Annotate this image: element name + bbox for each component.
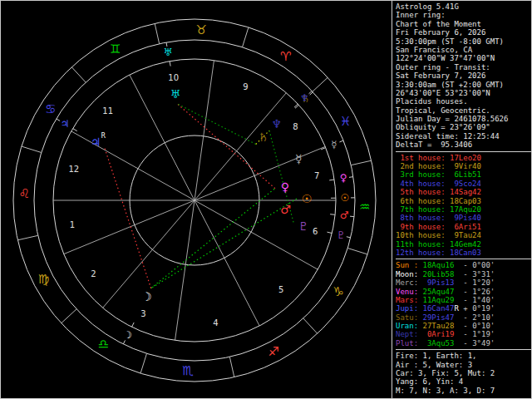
natal-degree-tick bbox=[329, 180, 334, 180]
aspect-line bbox=[104, 147, 150, 288]
natal-degree-tick bbox=[73, 129, 77, 131]
mercury-transit-glyph: ☿ bbox=[331, 139, 337, 150]
house-cusp-line bbox=[195, 200, 259, 326]
house-cusp-line bbox=[195, 61, 214, 200]
neptune-glyph: ♆ bbox=[271, 117, 282, 131]
separator bbox=[396, 259, 531, 259]
house-number: 7 bbox=[314, 171, 319, 180]
zodiac-sign-glyph: ♍ bbox=[38, 272, 49, 287]
zodiac-sign-glyph: ♏ bbox=[182, 363, 194, 378]
venus-glyph: ♀ bbox=[281, 180, 289, 194]
planet-name: Uran: bbox=[396, 322, 423, 330]
planet-latitude: - 1°19' bbox=[459, 330, 495, 338]
chart-wheel: ♈♉♊♋♌♍♎♏♐♑♒♓123456789101112☉☉☽☽☿☿♀♀♂♂♃♃R… bbox=[1, 1, 392, 399]
house-cusp-row: 5th house: 14Sag42 bbox=[396, 188, 531, 196]
transit-degree-tick bbox=[339, 140, 343, 142]
jupiter-transit-glyph: ♃ bbox=[61, 118, 70, 130]
zodiac-sign-glyph: ♐ bbox=[268, 344, 278, 359]
planet-latitude: - 2°10' bbox=[459, 313, 495, 322]
house-cusp-row: 4th house: 9Sco24 bbox=[396, 180, 531, 188]
sun-transit-glyph: ☉ bbox=[341, 192, 350, 204]
planet-position: 18Aqu16 bbox=[423, 261, 455, 269]
sign-boundary-line bbox=[347, 248, 367, 254]
house-cusp-row: 6th house: 18Cap03 bbox=[396, 197, 531, 205]
house-cusp-row: 8th house: 9Pis40 bbox=[396, 214, 531, 222]
house-cusp-list: 1st house: 17Leo20 2nd house: 9Vir40 3rd… bbox=[396, 154, 531, 258]
summary-line: Fire: 1, Earth: 1, bbox=[396, 352, 531, 360]
planet-row: Nept: 0Ari19 - 1°19' bbox=[396, 330, 531, 338]
sign-boundary-line bbox=[22, 146, 42, 152]
house-cusp-row: 12th house: 18Can03 bbox=[396, 249, 531, 257]
house-cusp-row: 9th house: 6Ari51 bbox=[396, 223, 531, 231]
planet-position: 27Tau28 bbox=[423, 322, 455, 330]
chart-info-line: Julian Day = 2461078.5626 bbox=[396, 115, 531, 123]
planet-name: Nept: bbox=[396, 330, 423, 338]
separator bbox=[396, 151, 531, 152]
natal-degree-tick bbox=[170, 62, 170, 66]
house-cusp-line bbox=[195, 93, 286, 200]
planet-row: Merc: 9Pis13 - 1°20' bbox=[396, 278, 531, 287]
planet-latitude: - 1°20' bbox=[459, 278, 495, 287]
transit-degree-tick bbox=[349, 177, 353, 178]
natal-degree-tick bbox=[132, 323, 135, 327]
planet-latitude: - 3°31' bbox=[459, 270, 495, 278]
sign-boundary-line bbox=[242, 27, 248, 47]
sign-boundary-line bbox=[229, 357, 234, 377]
zodiac-sign-glyph: ♌ bbox=[18, 186, 29, 201]
planet-row: Satu: 29Pis47 - 2°10' bbox=[396, 313, 531, 322]
chart-info-line: San Francisco, CA bbox=[396, 46, 531, 54]
sign-boundary-line bbox=[351, 160, 371, 165]
house-cusp-row: 7th house: 17Aqu20 bbox=[396, 205, 531, 214]
chart-info-line: Fri February 6, 2026 bbox=[396, 28, 531, 37]
uranus-glyph: ♅ bbox=[170, 87, 181, 101]
transit-degree-tick bbox=[347, 237, 351, 238]
aspect-line bbox=[151, 199, 297, 288]
chart-info-header: Inner ring:Chart of the MomentFri Februa… bbox=[396, 11, 531, 149]
planet-position: 29Pis47 bbox=[423, 313, 455, 322]
retrograde-marker: R bbox=[101, 132, 106, 140]
mars-glyph: ♂ bbox=[280, 203, 291, 216]
sun-glyph: ☉ bbox=[302, 192, 313, 205]
house-number: 1 bbox=[70, 220, 75, 229]
summary-line: Yang: 6, Yin: 4 bbox=[396, 377, 531, 386]
house-cusp-row: 1st house: 17Leo20 bbox=[396, 154, 531, 162]
venus-transit-glyph: ♀ bbox=[340, 172, 347, 184]
neptune-transit-glyph: ♆ bbox=[300, 92, 309, 104]
chart-info-line: 26°43'00"E 53°23'00"N bbox=[396, 89, 531, 97]
chart-info-line: DeltaT = 95.3406 bbox=[396, 140, 531, 149]
natal-degree-tick bbox=[330, 214, 335, 215]
zodiac-sign-glyph: ♈ bbox=[280, 49, 291, 64]
chart-info-line: Placidus houses. bbox=[396, 97, 531, 106]
planet-position: 0Ari19 bbox=[423, 330, 455, 338]
planet-position: 16Can47 bbox=[423, 304, 455, 313]
planet-row: Plut: 3Aqu53 - 3°49' bbox=[396, 339, 531, 347]
planet-latitude: - 0°00' bbox=[459, 261, 495, 269]
planet-position: 11Aqu29 bbox=[423, 296, 455, 304]
planet-position: 9Pis13 bbox=[423, 278, 455, 287]
house-cusp-line bbox=[130, 75, 195, 200]
saturn-glyph: ♄ bbox=[258, 131, 268, 144]
planet-name: Moon: bbox=[396, 270, 423, 278]
moon-transit-glyph: ☽ bbox=[123, 329, 132, 341]
planet-position: 20Lib58 bbox=[423, 270, 455, 278]
house-number: 2 bbox=[91, 269, 96, 278]
house-number: 4 bbox=[213, 318, 218, 328]
planet-position-list: Sun : 18Aqu16 - 0°00'Moon: 20Lib58 - 3°3… bbox=[396, 261, 531, 347]
planet-name: Merc: bbox=[396, 278, 423, 287]
zodiac-sign-glyph: ♎ bbox=[98, 337, 109, 352]
natal-degree-tick bbox=[328, 232, 332, 233]
chart-info-line: Chart of the Moment bbox=[396, 20, 531, 28]
chart-info-line: Inner ring: bbox=[396, 11, 531, 19]
chart-info-line: Outer ring - Transit: bbox=[396, 63, 531, 71]
chart-info-line: 3:30:00am (ST +2:00 GMT) bbox=[396, 81, 531, 89]
planet-row: Mars: 11Aqu29 - 1°40' bbox=[396, 296, 531, 304]
element-summary: Fire: 1, Earth: 1,Air : 5, Water: 3Car: … bbox=[396, 352, 531, 395]
astrolog-window: ♈♉♊♋♌♍♎♏♐♑♒♓123456789101112☉☉☽☽☿☿♀♀♂♂♃♃R… bbox=[0, 0, 532, 399]
transit-degree-tick bbox=[350, 216, 354, 217]
chart-info-line: Sat February 7, 2026 bbox=[396, 71, 531, 80]
house-number: 11 bbox=[102, 106, 113, 116]
summary-line: Car: 3, Fix: 5, Mut: 2 bbox=[396, 369, 531, 377]
uranus-transit-glyph: ♅ bbox=[164, 47, 173, 58]
house-number: 9 bbox=[243, 82, 248, 91]
house-cusp-row: 10th house: 9Tau24 bbox=[396, 231, 531, 239]
